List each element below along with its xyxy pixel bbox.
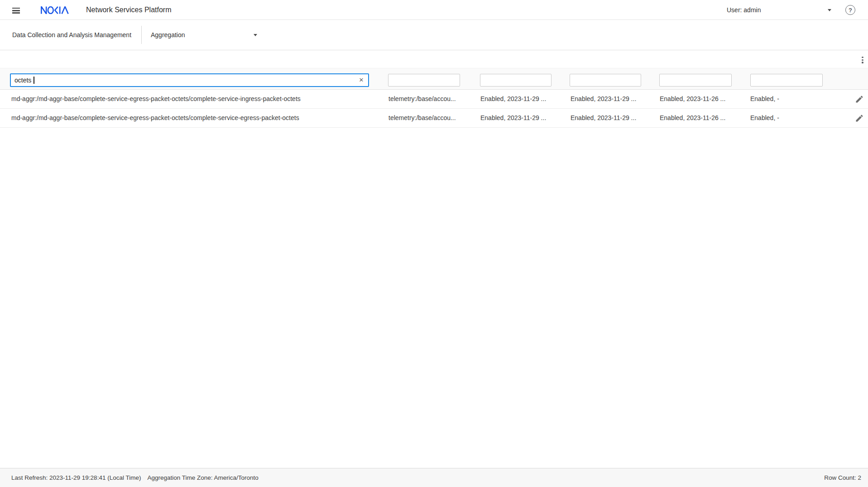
cell-name: md-aggr:/md-aggr-base/complete-service-e… [11,90,301,108]
last-refresh-text: Last Refresh: 2023-11-29 19:28:41 (Local… [11,474,141,481]
chevron-down-icon [828,9,831,11]
table-row[interactable]: md-aggr:/md-aggr-base/complete-service-e… [0,90,868,109]
toolbar: Data Collection and Analysis Management … [0,20,868,50]
top-app-bar: Network Services Platform User: admin ? [0,0,868,20]
cell-weekly: Enabled, 2023-11-26 ... [660,109,725,127]
breadcrumb: Data Collection and Analysis Management [12,20,131,50]
cell-monthly: Enabled, - [750,109,779,127]
name-filter-input[interactable] [10,73,369,87]
toolbar-divider [141,26,142,44]
nokia-logo [41,6,69,14]
filter-row: ✕ [0,68,868,90]
edit-pencil-icon[interactable] [855,95,864,104]
cell-daily: Enabled, 2023-11-29 ... [571,90,636,108]
type-filter-input[interactable] [388,74,460,87]
weekly-filter-input[interactable] [659,74,732,87]
cell-monthly: Enabled, - [750,90,779,108]
clear-filter-icon[interactable]: ✕ [357,76,366,85]
hourly-filter-input[interactable] [480,74,551,87]
table-header: Name Type Hourly Enabled - Last Success … [0,50,868,90]
cell-weekly: Enabled, 2023-11-26 ... [660,90,725,108]
user-menu[interactable]: User: admin [724,0,835,20]
help-glyph: ? [849,7,852,14]
table-row[interactable]: md-aggr:/md-aggr-base/complete-service-e… [0,109,868,128]
user-label: User: admin [727,0,761,20]
text-cursor [34,77,34,84]
daily-filter-input[interactable] [570,74,641,87]
column-settings-kebab-icon[interactable] [858,56,867,64]
app-title: Network Services Platform [86,0,172,20]
cell-daily: Enabled, 2023-11-29 ... [571,109,636,127]
cell-type: telemetry:/base/accou... [388,109,456,127]
row-count-text: Row Count: 2 [824,474,861,481]
chevron-down-icon [254,34,257,36]
timezone-text: Aggregation Time Zone: America/Toronto [147,474,258,481]
cell-hourly: Enabled, 2023-11-29 ... [480,109,546,127]
cell-type: telemetry:/base/accou... [388,90,456,108]
view-selector-dropdown[interactable]: Aggregation [147,26,263,44]
table-body: md-aggr:/md-aggr-base/complete-service-e… [0,90,868,128]
status-bar: Last Refresh: 2023-11-29 19:28:41 (Local… [0,468,868,487]
view-selector-value: Aggregation [151,26,185,44]
edit-pencil-icon[interactable] [855,114,864,123]
help-icon[interactable]: ? [845,5,855,15]
monthly-filter-input[interactable] [750,74,823,87]
menu-icon[interactable] [12,8,20,14]
cell-name: md-aggr:/md-aggr-base/complete-service-e… [11,109,299,127]
cell-hourly: Enabled, 2023-11-29 ... [480,90,546,108]
